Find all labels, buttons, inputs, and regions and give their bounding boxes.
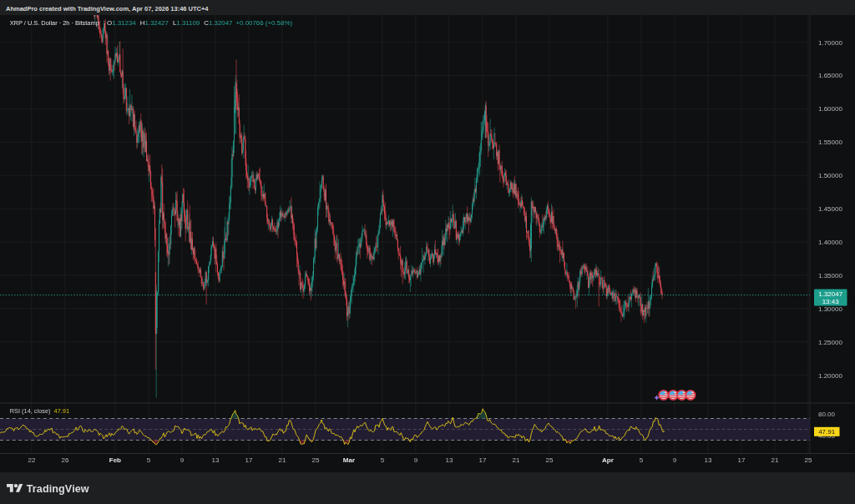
svg-text:47.91: 47.91 xyxy=(818,428,836,436)
svg-text:Feb: Feb xyxy=(109,456,121,464)
svg-text:1.35000: 1.35000 xyxy=(818,272,842,280)
svg-text:21: 21 xyxy=(771,456,778,464)
svg-text:1.45000: 1.45000 xyxy=(818,205,842,213)
svg-text:1.60000: 1.60000 xyxy=(818,105,842,113)
svg-text:Apr: Apr xyxy=(602,456,614,464)
svg-text:XRP / U.S. Dollar · 2h · Bitst: XRP / U.S. Dollar · 2h · Bitstamp xyxy=(10,19,99,27)
svg-text:13: 13 xyxy=(211,456,219,464)
svg-text:9: 9 xyxy=(180,456,185,464)
svg-text:1.32047: 1.32047 xyxy=(818,290,842,298)
svg-text:1.25000: 1.25000 xyxy=(818,339,842,346)
svg-text:9: 9 xyxy=(673,456,677,464)
svg-text:22: 22 xyxy=(28,456,35,464)
svg-text:17: 17 xyxy=(737,456,745,464)
svg-text:26: 26 xyxy=(61,456,68,464)
svg-text:21: 21 xyxy=(278,456,286,464)
svg-text:9: 9 xyxy=(414,456,418,464)
svg-text:1.30000: 1.30000 xyxy=(818,305,842,313)
svg-text:RSI (14, close)47.91: RSI (14, close)47.91 xyxy=(10,407,69,415)
svg-text:17: 17 xyxy=(478,456,486,464)
svg-text:13: 13 xyxy=(704,456,711,464)
svg-text:5: 5 xyxy=(381,456,385,464)
svg-text:25: 25 xyxy=(804,456,812,464)
svg-text:1.55000: 1.55000 xyxy=(818,139,842,146)
svg-text:1.50000: 1.50000 xyxy=(818,172,842,179)
svg-text:O1.31234H1.32427L1.31109C1.320: O1.31234H1.32427L1.31109C1.32047+0.00766… xyxy=(107,19,292,27)
svg-text:TradingView: TradingView xyxy=(26,483,89,495)
svg-text:13:43: 13:43 xyxy=(822,298,840,305)
svg-text:17: 17 xyxy=(245,456,252,464)
svg-text:5: 5 xyxy=(147,456,151,464)
svg-text:1.70000: 1.70000 xyxy=(818,39,842,47)
svg-text:25: 25 xyxy=(545,456,553,464)
svg-text:25: 25 xyxy=(311,456,319,464)
svg-text:5: 5 xyxy=(640,456,644,464)
svg-text:13: 13 xyxy=(445,456,453,464)
svg-text:Mar: Mar xyxy=(343,456,355,464)
svg-text:1.20000: 1.20000 xyxy=(818,372,842,380)
svg-text:21: 21 xyxy=(512,456,519,464)
svg-text:80.00: 80.00 xyxy=(818,411,836,418)
svg-text:1.65000: 1.65000 xyxy=(818,72,842,79)
svg-text:1.40000: 1.40000 xyxy=(818,239,842,246)
